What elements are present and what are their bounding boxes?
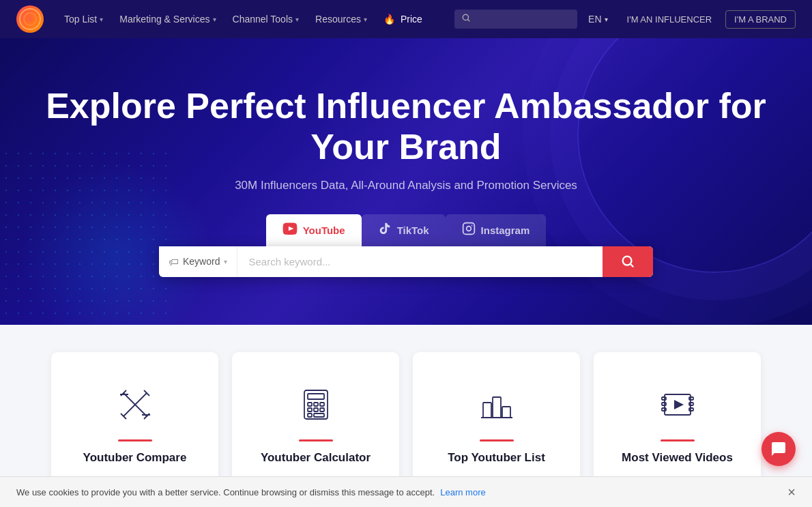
cookie-close-button[interactable]: × [787,485,796,499]
chevron-icon: ▾ [605,16,608,23]
svg-point-2 [27,16,33,22]
fire-icon: 🔥 [383,14,395,25]
card-divider [480,439,514,441]
tab-youtube[interactable]: YouTube [266,214,362,246]
svg-rect-30 [502,407,510,418]
search-bar: 🏷 Keyword ▾ [159,246,653,277]
svg-line-4 [468,20,470,22]
cards-section: Youtuber Compare Youtuber Calculator [0,325,812,502]
top-list-icon [473,381,521,429]
svg-rect-23 [308,408,312,411]
card-label: Most Viewed Videos [622,451,733,465]
nav-price[interactable]: 🔥 Price [377,0,429,38]
svg-rect-21 [314,403,318,406]
tab-tiktok[interactable]: TikTok [362,214,446,246]
search-button[interactable] [603,246,653,277]
svg-rect-37 [662,408,666,411]
most-viewed-icon [654,381,701,429]
tag-icon: 🏷 [169,256,179,267]
card-calculator[interactable]: Youtuber Calculator [232,352,399,489]
svg-rect-36 [689,403,693,405]
decorative-dots [0,147,177,325]
search-icon [620,254,635,269]
platform-tabs: YouTube TikTok Instagram [266,214,547,246]
svg-rect-25 [320,408,324,411]
svg-rect-29 [493,397,501,418]
youtube-icon [282,221,298,240]
compare-icon [111,381,159,429]
nav-brand-btn[interactable]: I'M A BRAND [725,10,796,29]
card-most-viewed[interactable]: Most Viewed Videos [594,352,761,489]
svg-point-3 [463,14,468,20]
calculator-icon [292,381,340,429]
hero-title: Explore Perfect Influencer Ambassador fo… [14,86,798,168]
nav-search-box[interactable] [454,10,577,29]
tab-instagram[interactable]: Instagram [446,214,547,246]
nav-language[interactable]: EN ▾ [583,14,613,25]
card-top-list[interactable]: Top Youtuber List [413,352,580,489]
card-label: Youtuber Calculator [261,451,371,465]
search-input[interactable] [237,246,603,277]
card-divider [661,439,695,441]
cookie-banner: We use cookies to provide you with a bet… [0,476,812,502]
svg-rect-27 [314,414,324,417]
chevron-icon: ▾ [100,16,103,23]
chevron-down-icon: ▾ [224,258,227,265]
search-icon [461,13,471,25]
navbar: Top List ▾ Marketing & Services ▾ Channe… [0,0,812,38]
nav-channel-tools[interactable]: Channel Tools ▾ [226,0,306,38]
svg-point-7 [471,224,472,226]
cookie-message: We use cookies to provide you with a bet… [16,487,435,497]
svg-point-6 [466,226,471,231]
instagram-icon [462,222,476,239]
svg-point-8 [623,257,632,265]
hero-section: Explore Perfect Influencer Ambassador fo… [0,38,812,325]
svg-rect-38 [689,408,693,411]
svg-rect-26 [308,414,312,417]
chat-bubble[interactable] [762,432,796,466]
nav-search-wrap: EN ▾ I'M AN INFLUENCER I'M A BRAND [454,10,796,29]
nav-search-input[interactable] [475,14,570,25]
svg-rect-35 [662,403,666,405]
nav-influencer-btn[interactable]: I'M AN INFLUENCER [619,14,721,25]
svg-line-9 [630,265,633,267]
svg-rect-19 [308,394,324,399]
chevron-icon: ▾ [213,16,216,23]
card-divider [118,439,152,441]
card-label: Youtuber Compare [83,451,187,465]
cookie-learn-more[interactable]: Learn more [440,487,485,497]
hero-subtitle: 30M Influencers Data, All-Around Analysi… [235,179,577,192]
nav-top-list[interactable]: Top List ▾ [57,0,110,38]
nav-resources[interactable]: Resources ▾ [308,0,374,38]
svg-rect-28 [483,403,491,418]
svg-rect-5 [463,222,474,234]
svg-rect-20 [308,403,312,406]
tiktok-icon [378,222,392,239]
svg-rect-33 [662,397,666,400]
svg-rect-22 [320,403,324,406]
card-divider [299,439,333,441]
nav-marketing-services[interactable]: Marketing & Services ▾ [113,0,222,38]
chevron-icon: ▾ [364,16,367,23]
logo-icon [16,5,44,33]
chevron-icon: ▾ [295,16,299,23]
keyword-dropdown[interactable]: 🏷 Keyword ▾ [159,246,237,277]
logo[interactable] [16,5,44,33]
svg-rect-24 [314,408,318,411]
card-compare[interactable]: Youtuber Compare [51,352,218,489]
card-label: Top Youtuber List [448,451,545,465]
svg-rect-34 [689,397,693,400]
chat-icon [770,441,787,457]
